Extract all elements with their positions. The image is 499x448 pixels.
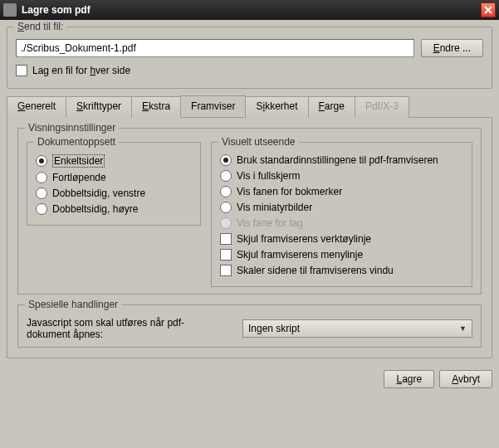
visual-thumbnails-row[interactable]: Vis miniatyrbilder [220,201,463,214]
js-on-open-label: Javascript som skal utføres når pdf-doku… [27,317,226,340]
document-layout-group: Dokumentoppsett Enkeltsider Fortløpende [27,142,201,226]
titlebar: Lagre som pdf [0,0,499,20]
visual-thumbnails-label: Vis miniatyrbilder [237,202,312,213]
visual-layers-label: Vis fane for lag [237,217,303,229]
per-page-label: Lag en fil for hver side [32,65,130,76]
layout-double-left-label: Dobbeltsidig, venstre [52,187,145,199]
view-settings-legend: Visningsinnstillinger [25,122,119,134]
visual-fullscreen-label: Vis i fullskjerm [237,170,300,182]
tab-fonts[interactable]: Skrifttyper [66,96,132,118]
visual-bookmarks-row[interactable]: Vis fanen for bokmerker [220,185,463,198]
file-path-input[interactable] [16,39,414,57]
visual-appearance-legend: Visuelt utseende [218,136,299,148]
tab-viewer[interactable]: Framviser [180,95,246,117]
layout-double-right-label: Dobbeltsidig, høyre [52,203,138,215]
tab-extra[interactable]: Ekstra [131,96,181,118]
layout-single-row[interactable]: Enkeltsider [36,153,192,168]
app-icon [3,3,17,17]
chevron-down-icon: ▼ [459,324,467,333]
js-script-select[interactable]: Ingen skript ▼ [242,319,472,338]
fit-window-row[interactable]: Skaler sidene til framviserens vindu [220,264,463,277]
layout-double-right-row[interactable]: Dobbeltsidig, høyre [36,202,192,216]
document-layout-legend: Dokumentoppsett [34,136,119,148]
visual-default-row[interactable]: Bruk standardinnstillingene til pdf-fram… [220,153,463,167]
visual-layers-row: Vis fane for lag [220,217,463,230]
send-to-file-group: Send til fil: Endre ... Lag en fil for h… [7,27,492,89]
visual-appearance-group: Visuelt utseende Bruk standardinnstillin… [211,142,472,287]
fit-window-label: Skaler sidene til framviserens vindu [237,265,394,276]
view-settings-group: Visningsinnstillinger Dokumentoppsett En… [17,128,482,295]
layout-double-right-radio[interactable] [36,203,47,215]
hide-menubar-label: Skjul framviserens menylinje [237,249,363,261]
visual-bookmarks-radio[interactable] [220,186,232,197]
layout-double-left-row[interactable]: Dobbeltsidig, venstre [36,187,192,200]
hide-toolbar-row[interactable]: Skjul framviserens verktøylinje [220,232,463,246]
visual-default-label: Bruk standardinnstillingene til pdf-fram… [237,154,438,166]
hide-menubar-row[interactable]: Skjul framviserens menylinje [220,248,463,261]
special-actions-legend: Spesielle handlinger [25,299,121,310]
special-actions-group: Spesielle handlinger Javascript som skal… [17,304,482,348]
change-button[interactable]: Endre ... [421,39,483,57]
visual-fullscreen-radio[interactable] [220,170,232,182]
hide-menubar-checkbox[interactable] [220,249,232,261]
hide-toolbar-label: Skjul framviserens verktøylinje [237,233,371,245]
fit-window-checkbox[interactable] [220,265,232,276]
per-page-checkbox[interactable] [16,65,27,76]
visual-bookmarks-label: Vis fanen for bokmerker [237,186,342,197]
layout-continuous-label: Fortløpende [52,172,106,183]
visual-thumbnails-radio[interactable] [220,202,232,213]
tab-general[interactable]: Generelt [7,96,66,118]
tab-bar: Generelt Skrifttyper Ekstra Framviser Si… [7,95,492,117]
tab-security[interactable]: Sikkerhet [245,96,308,118]
window-title: Lagre som pdf [22,4,481,16]
layout-single-label: Enkeltsider [52,154,105,168]
visual-default-radio[interactable] [220,154,232,166]
tab-pdfx3: Pdf/X-3 [355,96,409,118]
visual-layers-radio [220,217,232,229]
visual-fullscreen-row[interactable]: Vis i fullskjerm [220,169,463,183]
tab-panel-viewer: Visningsinnstillinger Dokumentoppsett En… [7,117,492,358]
layout-double-left-radio[interactable] [36,187,47,199]
cancel-button[interactable]: Avbryt [439,370,492,388]
layout-continuous-row[interactable]: Fortløpende [36,171,192,184]
hide-toolbar-checkbox[interactable] [220,233,232,245]
js-script-value: Ingen skript [248,323,300,334]
per-page-checkbox-row[interactable]: Lag en fil for hver side [16,64,483,77]
dialog-footer: Lagre Avbryt [0,365,499,393]
save-button[interactable]: Lagre [384,370,434,388]
layout-continuous-radio[interactable] [36,172,47,183]
tab-color[interactable]: Farge [308,96,355,118]
layout-single-radio[interactable] [36,155,47,167]
send-to-file-legend: Send til fil: [14,21,66,32]
close-icon[interactable] [481,2,496,17]
